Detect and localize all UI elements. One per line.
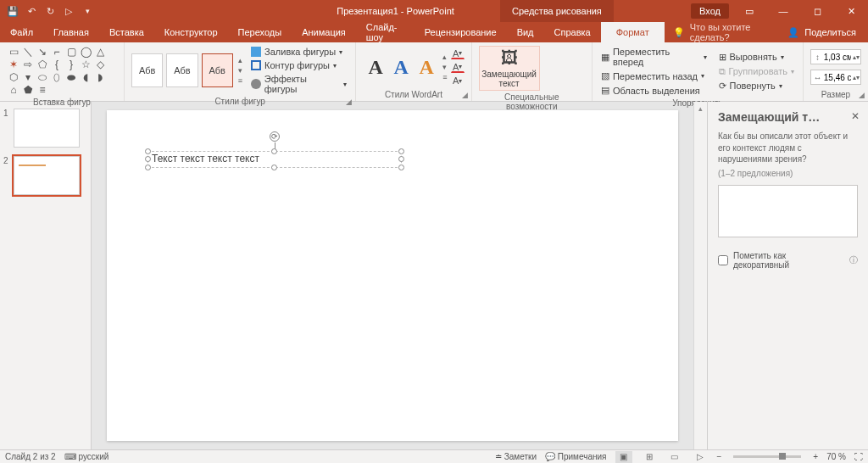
close-icon[interactable]: ✕ <box>834 0 868 22</box>
resize-handle[interactable] <box>398 165 404 170</box>
shape-heart-icon[interactable]: ⬡ <box>7 71 20 83</box>
gallery-down-icon[interactable]: ▾ <box>21 71 35 83</box>
align-button[interactable]: ⊞Выровнять ▾ <box>717 51 797 64</box>
shape-line2-icon[interactable]: ↘ <box>36 46 49 58</box>
tab-transitions[interactable]: Переходы <box>228 22 292 42</box>
minimize-icon[interactable]: — <box>766 0 800 22</box>
shape-brace-icon[interactable]: { <box>50 59 64 70</box>
selection-pane-button[interactable]: ▤Область выделения <box>599 84 709 97</box>
tab-animations[interactable]: Анимация <box>292 22 356 42</box>
ribbon-options-icon[interactable]: ▭ <box>732 0 766 22</box>
alt-text-textarea[interactable] <box>718 185 858 237</box>
slideshow-view-icon[interactable]: ▷ <box>692 451 709 463</box>
shape-style-2[interactable]: Абв <box>166 53 198 87</box>
zoom-slider[interactable] <box>733 455 801 458</box>
shapes-gallery[interactable]: ▭＼↘⌐▢◯△✶ ⇨⬠{}☆◇⬡▾ ⬭⬯⬬◖◗⌂⬟≡ <box>7 46 117 96</box>
shape-line-icon[interactable]: ＼ <box>21 46 35 58</box>
maximize-icon[interactable]: ◻ <box>800 0 834 22</box>
decorative-checkbox[interactable] <box>718 255 728 265</box>
thumbnail-2[interactable]: 2 <box>5 156 86 195</box>
zoom-in-icon[interactable]: + <box>813 452 818 461</box>
resize-handle[interactable] <box>145 156 151 162</box>
tab-design[interactable]: Конструктор <box>154 22 228 42</box>
gallery-expand-icon[interactable]: ≡ <box>36 84 49 96</box>
wa-down-icon[interactable]: ▾ <box>442 63 447 71</box>
tab-review[interactable]: Рецензирование <box>415 22 507 42</box>
dialog-launcher-size-icon[interactable]: ◢ <box>859 91 865 99</box>
scroll-up-icon[interactable]: ▴ <box>694 102 707 115</box>
tab-slideshow[interactable]: Слайд-шоу <box>356 22 415 42</box>
normal-view-icon[interactable]: ▣ <box>615 451 632 463</box>
resize-handle[interactable] <box>398 156 404 162</box>
wa-more-icon[interactable]: ≡ <box>442 73 447 81</box>
redo-icon[interactable]: ↻ <box>41 2 59 20</box>
shape-tri-icon[interactable]: △ <box>93 46 107 58</box>
tab-format[interactable]: Формат <box>601 22 665 42</box>
shape-b2-icon[interactable]: ⬯ <box>50 71 64 83</box>
shape-callout-icon[interactable]: ◇ <box>93 59 107 70</box>
language-indicator[interactable]: ⌨ русский <box>64 452 109 461</box>
group-button[interactable]: ⧉Группировать ▾ <box>717 65 797 78</box>
wa-up-icon[interactable]: ▴ <box>442 53 447 61</box>
resize-handle[interactable] <box>271 165 277 170</box>
dialog-launcher-wa-icon[interactable]: ◢ <box>462 91 468 99</box>
tab-insert[interactable]: Вставка <box>99 22 154 42</box>
shape-b7-icon[interactable]: ⬟ <box>21 84 35 96</box>
reading-view-icon[interactable]: ▭ <box>666 451 683 463</box>
shape-arrow-icon[interactable]: ⇨ <box>21 59 35 70</box>
wordart-style-2[interactable]: A <box>388 50 414 84</box>
shape-connector-icon[interactable]: ⌐ <box>50 46 64 58</box>
shape-b6-icon[interactable]: ⌂ <box>7 84 20 96</box>
pane-close-icon[interactable]: ✕ <box>851 110 860 122</box>
info-icon[interactable]: ⓘ <box>849 254 858 266</box>
text-fill-button[interactable]: A ▾ <box>451 47 465 59</box>
width-input[interactable]: ↔▴▾ <box>810 70 861 85</box>
decorative-checkbox-row[interactable]: Пометить как декоративный ⓘ <box>718 251 858 270</box>
shape-fill-button[interactable]: Заливка фигуры ▾ <box>249 46 348 58</box>
tab-home[interactable]: Главная <box>43 22 99 42</box>
notes-button[interactable]: ≐ Заметки <box>495 452 537 461</box>
thumbnail-1[interactable]: 1 <box>5 109 86 148</box>
shape-outline-button[interactable]: Контур фигуры ▾ <box>249 59 348 71</box>
comments-button[interactable]: 💬 Примечания <box>545 452 607 461</box>
text-outline-button[interactable]: A ▾ <box>451 61 465 73</box>
rotation-handle[interactable]: ⟳ <box>270 131 280 142</box>
shape-more-icon[interactable]: ✶ <box>7 59 20 70</box>
zoom-level[interactable]: 70 % <box>826 452 846 461</box>
tell-me-search[interactable]: 💡 Что вы хотите сделать? <box>665 22 776 42</box>
qat-customize-icon[interactable]: ▾ <box>78 2 97 20</box>
rotate-button[interactable]: ⟳Повернуть ▾ <box>717 80 797 92</box>
shape-brace2-icon[interactable]: } <box>64 59 78 70</box>
tab-view[interactable]: Вид <box>507 22 544 42</box>
wordart-style-3[interactable]: A <box>414 50 439 84</box>
selected-textbox[interactable]: ⟳ Текст текст текст текст <box>147 151 402 168</box>
sorter-view-icon[interactable]: ⊞ <box>641 451 658 463</box>
start-from-beginning-icon[interactable]: ▷ <box>59 2 78 20</box>
tab-file[interactable]: Файл <box>0 22 43 42</box>
style-gallery-up-icon[interactable]: ▴ <box>238 56 242 64</box>
shape-poly-icon[interactable]: ⬠ <box>36 59 49 70</box>
slide-canvas[interactable]: ⟳ Текст текст текст текст <box>107 110 678 441</box>
resize-handle[interactable] <box>145 148 151 154</box>
resize-handle[interactable] <box>398 148 404 154</box>
text-effects-button[interactable]: A ▾ <box>451 75 465 86</box>
resize-handle[interactable] <box>145 165 151 170</box>
save-icon[interactable]: 💾 <box>3 2 22 20</box>
bring-forward-button[interactable]: ▦Переместить вперед ▾ <box>599 46 709 68</box>
shape-style-1[interactable]: Абв <box>131 53 163 87</box>
style-gallery-more-icon[interactable]: ≡ <box>238 76 242 85</box>
tab-help[interactable]: Справка <box>544 22 601 42</box>
shape-b4-icon[interactable]: ◖ <box>79 71 92 83</box>
zoom-thumb[interactable] <box>779 453 786 460</box>
alt-text-button[interactable]: 🖼 Замещающий текст <box>479 46 540 91</box>
style-gallery-down-icon[interactable]: ▾ <box>238 66 242 75</box>
width-field[interactable] <box>824 73 853 82</box>
shape-textbox-icon[interactable]: ▭ <box>7 46 20 58</box>
shape-oval-icon[interactable]: ◯ <box>79 46 92 58</box>
zoom-out-icon[interactable]: − <box>717 452 722 461</box>
spinner-icon[interactable]: ▴▾ <box>853 74 860 81</box>
send-backward-button[interactable]: ▧Переместить назад ▾ <box>599 70 709 82</box>
shape-b1-icon[interactable]: ⬭ <box>36 71 49 83</box>
sign-in-button[interactable]: Вход <box>691 3 729 19</box>
shape-effects-button[interactable]: Эффекты фигуры ▾ <box>249 73 348 95</box>
